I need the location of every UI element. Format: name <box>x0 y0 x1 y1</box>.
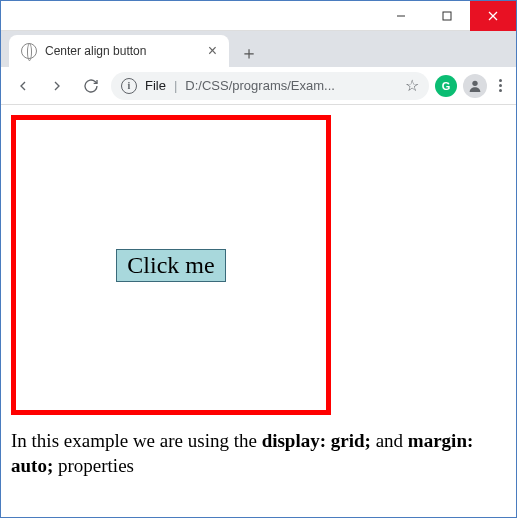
browser-tab[interactable]: Center align button × <box>9 35 229 67</box>
back-button[interactable] <box>9 72 37 100</box>
address-scheme: File <box>145 78 166 93</box>
forward-button[interactable] <box>43 72 71 100</box>
info-icon[interactable]: i <box>121 78 137 94</box>
browser-toolbar: i File | D:/CSS/programs/Exam... ☆ G <box>1 67 516 105</box>
red-container: Click me <box>11 115 331 415</box>
address-path: D:/CSS/programs/Exam... <box>185 78 335 93</box>
tab-bar: Center align button × ＋ <box>1 31 516 67</box>
svg-point-4 <box>472 80 477 85</box>
tab-close-icon[interactable]: × <box>208 42 217 60</box>
globe-icon <box>21 43 37 59</box>
click-me-button[interactable]: Click me <box>116 249 225 282</box>
caption-text: In this example we are using the display… <box>11 429 491 478</box>
tab-title: Center align button <box>45 44 146 58</box>
minimize-button[interactable] <box>378 1 424 31</box>
new-tab-button[interactable]: ＋ <box>235 39 263 67</box>
browser-window: Center align button × ＋ i File | D:/CSS/… <box>0 0 517 518</box>
svg-rect-1 <box>443 12 451 20</box>
close-button[interactable] <box>470 1 516 31</box>
page-viewport: Click me In this example we are using th… <box>1 105 516 517</box>
profile-button[interactable] <box>463 74 487 98</box>
maximize-button[interactable] <box>424 1 470 31</box>
address-separator: | <box>174 78 177 93</box>
extension-badge[interactable]: G <box>435 75 457 97</box>
reload-button[interactable] <box>77 72 105 100</box>
window-titlebar <box>1 1 516 31</box>
bookmark-icon[interactable]: ☆ <box>405 76 419 95</box>
address-bar[interactable]: i File | D:/CSS/programs/Exam... ☆ <box>111 72 429 100</box>
menu-button[interactable] <box>493 79 508 92</box>
